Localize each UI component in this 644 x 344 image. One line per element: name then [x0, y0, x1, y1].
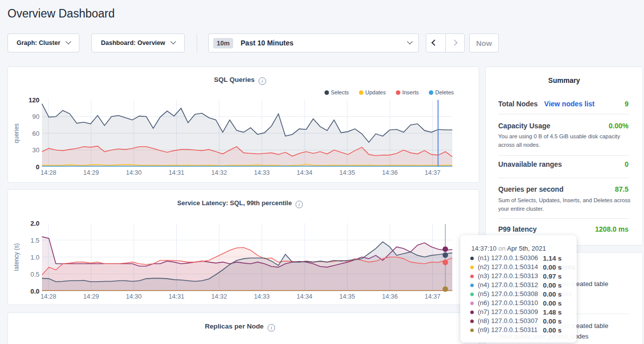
- svg-text:14:36: 14:36: [382, 169, 397, 176]
- svg-text:0.5: 0.5: [30, 271, 39, 278]
- svg-text:120: 120: [28, 96, 39, 104]
- svg-text:14:36: 14:36: [382, 293, 397, 300]
- svg-text:14:37: 14:37: [425, 169, 440, 176]
- svg-text:1.5: 1.5: [30, 237, 39, 244]
- svg-text:14:34: 14:34: [297, 293, 312, 300]
- svg-text:14:29: 14:29: [83, 169, 99, 176]
- svg-text:14:33: 14:33: [254, 169, 270, 176]
- svg-text:14:28: 14:28: [40, 293, 56, 300]
- svg-text:14:29: 14:29: [83, 293, 99, 300]
- svg-text:14:31: 14:31: [169, 293, 184, 300]
- svg-text:14:31: 14:31: [169, 169, 184, 176]
- svg-text:14:30: 14:30: [126, 169, 141, 176]
- svg-text:30: 30: [32, 146, 39, 154]
- svg-text:1.0: 1.0: [30, 254, 39, 261]
- svg-text:14:35: 14:35: [339, 293, 355, 300]
- svg-text:14:32: 14:32: [211, 293, 227, 300]
- svg-text:90: 90: [32, 113, 39, 120]
- svg-text:0: 0: [36, 163, 39, 171]
- svg-text:2.0: 2.0: [30, 220, 39, 227]
- svg-text:14:35: 14:35: [339, 169, 355, 176]
- svg-text:14:32: 14:32: [211, 169, 227, 176]
- svg-text:latency (s): latency (s): [13, 243, 20, 271]
- svg-text:14:33: 14:33: [254, 293, 270, 300]
- svg-text:60: 60: [32, 130, 39, 137]
- svg-text:14:34: 14:34: [297, 169, 312, 176]
- svg-text:14:37: 14:37: [425, 293, 440, 300]
- svg-text:0.0: 0.0: [30, 288, 39, 295]
- svg-text:14:30: 14:30: [126, 293, 141, 300]
- svg-text:14:28: 14:28: [40, 169, 56, 176]
- svg-text:queries: queries: [13, 123, 20, 143]
